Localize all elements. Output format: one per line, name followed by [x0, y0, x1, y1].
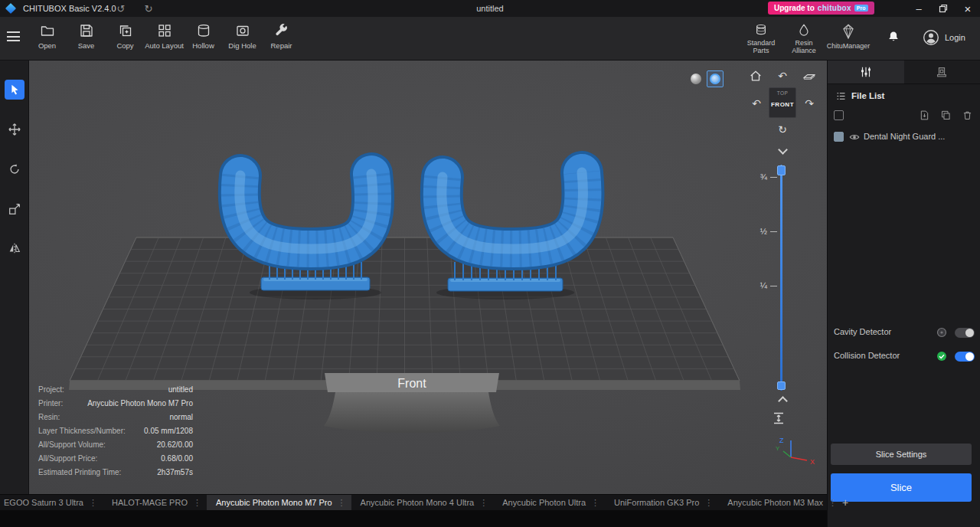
tab-menu-icon[interactable]: ⋮ [586, 498, 605, 508]
printer-tab[interactable]: HALOT-MAGE PRO ⋮ [103, 495, 207, 510]
tab-printer[interactable] [904, 61, 980, 83]
info-value: 0.68/0.00 [161, 454, 193, 463]
view-cube-top-label: TOP [769, 90, 795, 96]
tab-menu-icon[interactable]: ⋮ [474, 498, 493, 508]
resin-droplet-icon [797, 23, 811, 37]
printer-tab[interactable]: Anycubic Photon M3 Max ⋮ [718, 495, 842, 510]
ortho-view-toggle[interactable] [707, 70, 724, 87]
slider-label-1-2: ½ [752, 227, 767, 236]
cavity-detector-label: Cavity Detector [834, 327, 891, 336]
rotate-tool-button[interactable] [5, 159, 24, 179]
collision-status-icon[interactable] [936, 351, 947, 362]
repair-button[interactable]: Repair [262, 23, 301, 50]
viewport-3d[interactable]: Front [29, 61, 827, 494]
printer-tab-label: Anycubic Photon Mono M7 Pro [216, 498, 332, 507]
select-all-checkbox[interactable] [834, 110, 844, 120]
undo-icon[interactable]: ↺ [112, 0, 130, 17]
upgrade-to-pro-button[interactable]: Upgrade to chitubox Pro [768, 2, 874, 15]
tab-menu-icon[interactable]: ⋮ [699, 498, 718, 508]
auto-layout-icon [157, 23, 172, 38]
perspective-view-toggle[interactable] [691, 74, 701, 84]
visibility-toggle[interactable] [848, 131, 861, 143]
tab-slice-settings[interactable] [828, 61, 904, 83]
info-label: Layer Thickness/Number: [38, 427, 126, 435]
file-name: Dental Night Guard ... [864, 132, 945, 141]
orbit-left-icon[interactable]: ↶ [750, 97, 763, 110]
select-tool-button[interactable] [5, 80, 24, 100]
mirror-tool-button[interactable] [5, 238, 24, 258]
printer-tab[interactable]: Anycubic Photon Mono 4 Ultra ⋮ [351, 495, 494, 510]
auto-layout-button[interactable]: Auto Layout [145, 23, 184, 50]
redo-icon[interactable]: ↻ [139, 0, 158, 17]
slice-settings-button[interactable]: Slice Settings [831, 444, 972, 465]
layer-slider-handle-top[interactable] [777, 165, 786, 175]
hollow-button[interactable]: Hollow [184, 23, 223, 50]
axis-y-label: Y [776, 445, 780, 452]
bell-icon [887, 30, 900, 44]
chitumanager-button[interactable]: ChituManager [824, 23, 873, 50]
view-cube-front-label: FRONT [769, 101, 795, 108]
import-model-button[interactable] [919, 110, 930, 121]
floppy-icon [79, 23, 94, 38]
duplicate-model-button[interactable] [940, 110, 952, 121]
notifications-button[interactable] [887, 30, 900, 44]
restore-button[interactable] [931, 0, 956, 17]
open-button[interactable]: Open [28, 23, 67, 50]
view-undo-icon[interactable]: ↶ [776, 69, 789, 83]
cavity-status-icon[interactable] [936, 327, 947, 338]
reset-rotation-icon[interactable]: ↻ [776, 123, 789, 136]
copy-icon [118, 23, 133, 38]
delete-model-button[interactable] [962, 110, 973, 121]
menu-icon[interactable] [7, 31, 20, 41]
printer-tab-label: Anycubic Photon Mono 4 Ultra [361, 498, 475, 507]
collision-detector-toggle[interactable] [955, 352, 975, 362]
rotate-icon [8, 162, 21, 176]
printer-tab[interactable]: Anycubic Photon Ultra ⋮ [493, 495, 605, 510]
file-list-title: File List [851, 91, 884, 100]
plate-view-button[interactable] [802, 69, 816, 83]
ortho-view-icon [710, 74, 720, 84]
project-info-panel: Project:untitled Printer:Anycubic Photon… [38, 385, 193, 482]
standard-parts-button[interactable]: Standard Parts [740, 23, 782, 55]
fit-view-button[interactable] [772, 411, 786, 425]
scale-tool-button[interactable] [5, 199, 24, 219]
home-view-button[interactable] [749, 69, 763, 83]
orbit-right-icon[interactable]: ↷ [802, 97, 816, 110]
slider-tick [770, 231, 777, 232]
axis-x-label: X [810, 458, 815, 466]
save-button[interactable]: Save [67, 23, 106, 50]
dig-hole-label: Dig Hole [228, 41, 256, 50]
file-checkbox[interactable] [834, 132, 844, 142]
hollow-label: Hollow [192, 41, 214, 50]
close-button[interactable]: × [956, 0, 980, 17]
axes-indicator: Z Y X [773, 433, 821, 468]
file-list-item[interactable]: Dental Night Guard ... [828, 127, 980, 147]
dig-hole-button[interactable]: Dig Hole [223, 23, 262, 50]
move-icon [8, 123, 21, 136]
slice-button[interactable]: Slice [831, 473, 972, 502]
login-button[interactable]: Login [923, 29, 965, 46]
tab-menu-icon[interactable]: ⋮ [332, 498, 351, 508]
dig-hole-icon [235, 23, 250, 38]
tab-menu-icon[interactable]: ⋮ [188, 498, 207, 508]
copy-button[interactable]: Copy [106, 23, 145, 50]
minimize-button[interactable]: – [906, 0, 931, 17]
repair-icon [274, 23, 289, 38]
resin-alliance-button[interactable]: Resin Alliance [784, 23, 824, 55]
tab-menu-icon[interactable]: ⋮ [83, 498, 103, 508]
layer-slider-track[interactable] [780, 165, 782, 391]
printer-tab[interactable]: EGOO Saturn 3 Ultra ⋮ [0, 495, 103, 510]
info-value: normal [169, 413, 193, 421]
printer-tab-active[interactable]: Anycubic Photon Mono M7 Pro ⋮ [207, 495, 351, 510]
view-cube[interactable]: TOP FRONT [769, 87, 796, 118]
info-label: Project: [38, 385, 64, 394]
add-printer-tab-button[interactable]: + [842, 495, 848, 510]
build-plate [69, 237, 740, 390]
move-tool-button[interactable] [5, 119, 24, 139]
printer-tab[interactable]: UniFormation GK3 Pro ⋮ [605, 495, 718, 510]
layer-slider-handle-bottom[interactable] [777, 381, 786, 390]
cavity-detector-toggle[interactable] [955, 328, 975, 338]
main-toolbar: Open Save Copy Auto [0, 17, 980, 61]
tab-menu-icon[interactable]: ⋮ [823, 498, 842, 508]
duplicate-icon [940, 110, 952, 121]
